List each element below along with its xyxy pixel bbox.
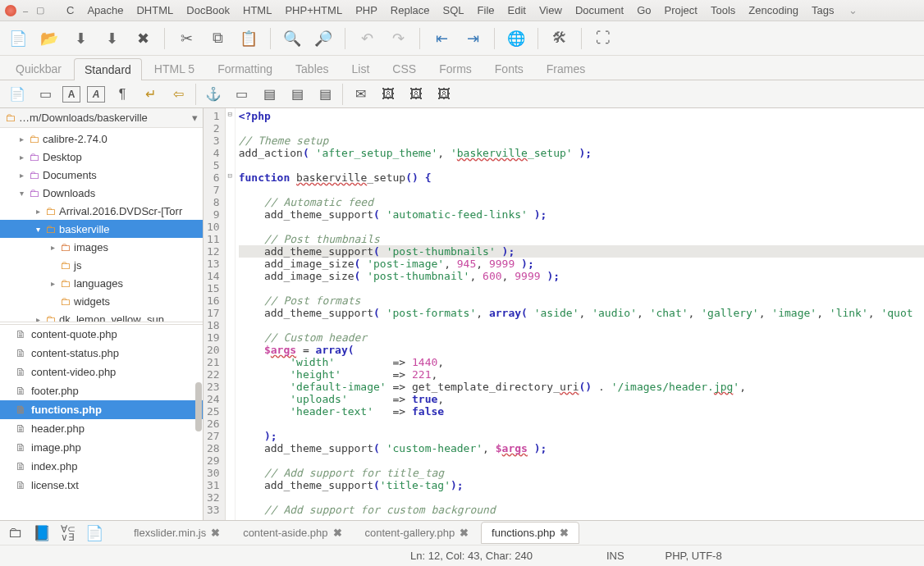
tree-item[interactable]: ▸🗀dk_lemon_yellow_sun <box>0 310 203 325</box>
cut-icon[interactable]: ✂ <box>176 29 196 48</box>
search-icon[interactable]: 🔍 <box>282 29 302 48</box>
tree-item[interactable]: ▸🗀languages <box>0 274 203 292</box>
path-bar[interactable]: 🗀 …m/Downloads/baskerville ▾ <box>0 108 203 128</box>
menu-tags[interactable]: Tags <box>806 2 839 18</box>
menu-file[interactable]: File <box>472 2 501 18</box>
nbsp-icon[interactable]: ⇦ <box>167 84 189 105</box>
save-as-icon[interactable]: ⬇ <box>102 29 121 48</box>
editor-tab[interactable]: flexslider.min.js✖ <box>123 522 231 544</box>
anchor-icon[interactable]: ⚓ <box>203 84 224 105</box>
tab-close-icon[interactable]: ✖ <box>560 527 569 539</box>
editor[interactable]: 1234567891011121314151617181920212223242… <box>204 108 924 520</box>
file-item[interactable]: 🗎functions.php <box>0 400 203 419</box>
bold-icon[interactable]: A <box>62 86 80 103</box>
bookmarks-icon[interactable]: 📘 <box>33 524 51 542</box>
menu-replace[interactable]: Replace <box>385 2 436 18</box>
editor-tab[interactable]: functions.php✖ <box>481 522 579 544</box>
paragraph-icon[interactable]: ¶ <box>112 84 133 105</box>
code-content[interactable]: <?php // Theme setupadd_action( 'after_s… <box>236 108 924 520</box>
fullscreen-icon[interactable]: ⛶ <box>593 29 613 48</box>
file-item[interactable]: 🗎footer.php <box>0 381 203 400</box>
scrollbar-thumb[interactable] <box>195 382 202 431</box>
file-item[interactable]: 🗎header.php <box>0 419 203 438</box>
file-item[interactable]: 🗎content-quote.php <box>0 325 203 344</box>
unindent-icon[interactable]: ⇤ <box>432 29 451 48</box>
toolbar-tab-frames[interactable]: Frames <box>536 57 596 80</box>
tab-close-icon[interactable]: ✖ <box>460 527 469 539</box>
find-replace-icon[interactable]: 🔎 <box>313 29 333 48</box>
menu-go[interactable]: Go <box>631 2 656 18</box>
toolbar-tab-standard[interactable]: Standard <box>74 58 142 80</box>
window-maximize-icon[interactable]: ▢ <box>34 5 46 16</box>
file-item[interactable]: 🗎content-status.php <box>0 344 203 363</box>
tree-item[interactable]: ▸🗀images <box>0 238 203 256</box>
multithumb-icon[interactable]: 🖼 <box>433 84 455 105</box>
folder-tree[interactable]: ▸🗀calibre-2.74.0▸🗀Desktop▸🗀Documents▾🗀Do… <box>0 128 203 325</box>
toolbar-tab-formatting[interactable]: Formatting <box>207 57 283 80</box>
tree-item[interactable]: ▾🗀Downloads <box>0 184 203 202</box>
file-item[interactable]: 🗎content-video.php <box>0 363 203 381</box>
toolbar-tab-css[interactable]: CSS <box>382 57 427 80</box>
file-item[interactable]: 🗎image.php <box>0 438 203 457</box>
close-file-icon[interactable]: ✖ <box>133 29 153 48</box>
menu-view[interactable]: View <box>533 2 568 18</box>
menu-zencoding[interactable]: Zencoding <box>743 2 804 18</box>
toolbar-tab-fonts[interactable]: Fonts <box>484 57 534 80</box>
file-list[interactable]: 🗎content-quote.php🗎content-status.php🗎co… <box>0 325 203 520</box>
editor-tab[interactable]: content-gallery.php✖ <box>355 522 480 544</box>
toolbar-tab-html5[interactable]: HTML 5 <box>144 57 205 80</box>
window-close-icon[interactable] <box>5 5 16 16</box>
tree-item[interactable]: ▾🗀baskerville <box>0 220 203 238</box>
email-icon[interactable]: ✉ <box>350 84 371 105</box>
paste-icon[interactable]: 📋 <box>239 29 258 48</box>
tree-item[interactable]: ▸🗀calibre-2.74.0 <box>0 130 203 148</box>
break-icon[interactable]: ↵ <box>140 84 161 105</box>
menu-document[interactable]: Document <box>569 2 629 18</box>
menu-overflow-icon[interactable]: ⌄ <box>849 4 858 16</box>
browser-preview-icon[interactable]: 🌐 <box>506 29 526 48</box>
file-item[interactable]: 🗎index.php <box>0 457 203 476</box>
comment-icon[interactable]: ▤ <box>314 84 336 105</box>
tree-item[interactable]: ▸🗀Desktop <box>0 148 203 166</box>
menu-sql[interactable]: SQL <box>437 2 470 18</box>
toolbar-tab-quickbar[interactable]: Quickbar <box>5 57 72 80</box>
editor-tab[interactable]: content-aside.php✖ <box>232 522 352 544</box>
filebrowser-icon[interactable]: 🗀 <box>8 524 23 541</box>
file-item[interactable]: 🗎license.txt <box>0 476 203 495</box>
tab-close-icon[interactable]: ✖ <box>333 527 342 539</box>
tree-item[interactable]: ▸🗀Arrival.2016.DVDScr-[Torr <box>0 202 203 220</box>
save-icon[interactable]: ⬇ <box>71 29 90 48</box>
toolbar-tab-forms[interactable]: Forms <box>428 57 483 80</box>
body-icon[interactable]: ▭ <box>34 84 56 105</box>
tab-close-icon[interactable]: ✖ <box>211 527 220 539</box>
hr-icon[interactable]: ▭ <box>231 84 252 105</box>
thumbnail-icon[interactable]: 🖼 <box>405 84 427 105</box>
quickstart-icon[interactable]: 📄 <box>7 84 28 105</box>
toolbar-tab-list[interactable]: List <box>341 57 381 80</box>
toolbar-tab-tables[interactable]: Tables <box>285 57 339 80</box>
path-dropdown-icon[interactable]: ▾ <box>192 112 198 124</box>
menu-php[interactable]: PHP <box>350 2 383 18</box>
menu-project[interactable]: Project <box>658 2 702 18</box>
rightalign-icon[interactable]: ▤ <box>286 84 308 105</box>
charmap-icon[interactable]: ∀⊂∨∃ <box>61 525 75 541</box>
menu-tools[interactable]: Tools <box>705 2 741 18</box>
menu-c[interactable]: C <box>61 2 80 18</box>
image-icon[interactable]: 🖼 <box>377 84 399 105</box>
menu-apache[interactable]: Apache <box>81 2 129 18</box>
fold-column[interactable]: ⊟⊟ <box>226 108 236 520</box>
open-file-icon[interactable]: 📂 <box>39 29 59 48</box>
tree-item[interactable]: 🗀widgets <box>0 292 203 310</box>
redo-icon[interactable]: ↷ <box>388 29 408 48</box>
menu-php+html[interactable]: PHP+HTML <box>279 2 348 18</box>
menu-docbook[interactable]: DocBook <box>181 2 236 18</box>
menu-html[interactable]: HTML <box>237 2 277 18</box>
window-minimize-icon[interactable]: – <box>20 5 31 16</box>
snippets-icon[interactable]: 📄 <box>85 524 103 542</box>
italic-icon[interactable]: A <box>87 86 105 103</box>
menu-edit[interactable]: Edit <box>502 2 532 18</box>
center-icon[interactable]: ▤ <box>258 84 280 105</box>
tree-item[interactable]: ▸🗀Documents <box>0 166 203 184</box>
menu-dhtml[interactable]: DHTML <box>130 2 179 18</box>
tools-icon[interactable]: 🛠 <box>550 29 569 48</box>
